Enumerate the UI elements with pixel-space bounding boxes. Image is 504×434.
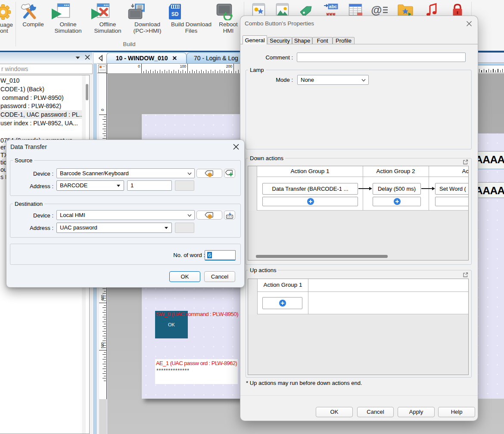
dialog-close-icon[interactable] [232,143,240,151]
destination-legend: Destination [13,201,44,207]
ruler-tick [150,70,151,73]
ruler-tick [103,124,106,124]
apply-button-label: Apply [398,407,434,417]
ruler-major-line [99,115,107,115]
ribbon-online-simulation-button[interactable]: Online Simulation [50,2,86,34]
ribbon-compile-button[interactable]: Compile [19,2,47,28]
chevron-down-icon [361,79,365,81]
ruler-tick [103,307,106,308]
down-col3-header: Action Group 3 [429,168,469,174]
ruler-tick [146,70,146,73]
destination-tag-button[interactable] [196,211,222,220]
down-actions-hscrollbar[interactable] [256,255,388,258]
cancel-button[interactable]: Cancel [204,271,235,282]
tab-shape[interactable]: Shape [292,37,312,44]
ribbon-label-reboot-1: Reboot [219,21,238,28]
ribbon-label-offline-1: Offline [100,21,116,28]
doc2-canvas[interactable]: AAAA AAAA [478,74,504,434]
tab-general[interactable]: General [243,35,267,44]
panel-menu-chevron-icon[interactable] [75,56,81,59]
window-tree-item[interactable]: CODE-1, UAC password : PL... [0,110,86,119]
ruler-tick [104,329,106,329]
comment-input[interactable] [297,53,466,62]
ribbon-offline-simulation-button[interactable]: Offline Simulation [90,2,126,34]
ribbon-download-button[interactable]: Download (PC->HMI) [127,2,168,34]
source-address-type-combobox[interactable]: BARCODE [56,180,124,191]
ruler-number: 200 [226,64,232,68]
window-tree-item[interactable]: command : PLW-8950) [0,93,86,102]
destination-keyboard-button[interactable] [224,211,235,220]
ok-button[interactable]: OK [169,271,200,282]
tab-profile-label: Profile [336,37,352,44]
doc2-ascii-object-2[interactable]: AAAA [478,182,504,198]
panel-scrollbar-thumb[interactable] [86,84,88,100]
doc2-splitter [478,63,504,65]
down-actions-popout-icon[interactable] [463,159,468,165]
tab-profile[interactable]: Profile [333,37,355,44]
dialog-close-icon[interactable] [466,20,473,27]
ribbon-reboot-hmi-button[interactable]: Reboot HMI [215,2,242,34]
window-tree-item[interactable]: CODE-1) (Back) [0,85,86,93]
cancel-button[interactable]: Cancel [357,407,394,417]
source-device-combobox[interactable]: Barcode Scanner/Keyboard [56,168,195,178]
destination-address-combobox[interactable]: UAC password [56,223,172,233]
tab-security-label: Security [270,37,290,44]
doc2-ascii-object-1[interactable]: AAAA [478,151,504,169]
ruler-tick [500,70,501,72]
down-action-card-2[interactable]: Delay (500 ms) [373,183,421,195]
window-tree-item[interactable]: password : PLW-8962) [0,102,86,110]
ruler-tick [104,117,106,117]
source-tag-button[interactable] [196,169,222,178]
no-of-word-input[interactable]: 6 [205,250,236,260]
ruler-tick [211,70,211,73]
destination-device-combobox[interactable]: Local HMI [56,210,195,220]
ruler-tick [103,373,106,374]
window-tree-item[interactable]: user index : PLW-8952, UA... [0,119,86,127]
ribbon-build-download-files-button[interactable]: SD Build Download Files [166,2,217,34]
down-action-card-1[interactable]: Data Transfer (BARCODE-1 ... [262,183,358,195]
chevron-down-icon [187,172,191,175]
ruler-tick [103,133,106,134]
doc2-tab[interactable] [478,52,504,63]
ruler-number: 100 [180,64,186,68]
ruler-corner-icon[interactable] [98,65,106,73]
ruler-tick [103,336,106,336]
window-tree-item[interactable] [0,127,86,136]
doc2-hmi-window[interactable]: AAAA AAAA [478,133,504,399]
ok-button[interactable]: OK [316,407,353,417]
window-tree-item[interactable]: W_010 [0,76,86,85]
down-add-action-button-1[interactable] [262,197,358,206]
dropdown-arrow-icon [117,185,120,187]
lamp-mode-combobox[interactable]: None [297,75,369,85]
panel-close-icon[interactable] [84,54,90,60]
data-transfer-dialog: Data Transfer Source Device : Barcode Sc… [6,140,245,288]
svg-text:SD: SD [171,11,179,17]
no-of-word-label: No. of word : [76,252,205,258]
tab-font[interactable]: Font [312,37,333,44]
ruler-tick [238,70,239,73]
up-add-action-button-1[interactable] [262,297,302,309]
tab-close-icon[interactable]: ✕ [172,53,177,63]
down-add-action-button-3[interactable] [435,197,469,206]
search-input[interactable]: r windows [0,64,93,74]
ruler-tick [103,369,106,369]
source-legend: Source [13,157,34,164]
tab-font-label: Font [317,37,328,44]
tab-shape-label: Shape [294,37,311,44]
ruler-tick [192,70,193,73]
up-actions-rowselector[interactable] [248,279,258,314]
source-address-input[interactable]: 1 [127,180,172,191]
source-add-tag-button[interactable] [224,169,235,178]
down-actions-rowselector[interactable] [248,166,257,211]
help-button[interactable]: Help [438,407,475,417]
ruler-tick [155,70,156,73]
ribbon-label-cut-line2: ont [0,28,8,34]
down-add-action-button-2[interactable] [373,197,421,206]
ruler-number: 500 [100,341,105,349]
up-actions-popout-icon[interactable] [463,272,468,278]
tab-security[interactable]: Security [268,37,292,44]
ruler-tick [196,70,197,73]
down-action-card-3[interactable]: Set Word ( [435,183,469,195]
apply-button[interactable]: Apply [398,407,435,417]
tab-window-010[interactable]: 10 - WINDOW_010✕ [106,53,187,63]
